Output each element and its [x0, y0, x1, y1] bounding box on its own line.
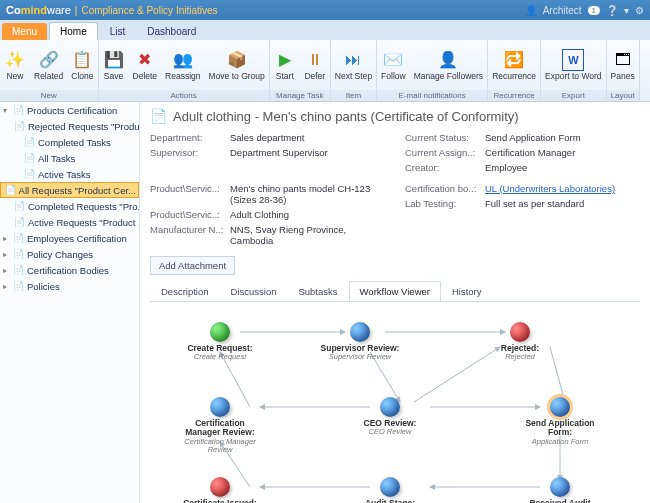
field-value[interactable]: UL (Underwriters Laboratories)	[485, 183, 640, 194]
sidebar-item-label: Employees Certification	[27, 233, 127, 244]
defer-button[interactable]: ⏸Defer	[300, 40, 330, 90]
field-label: Creator:	[405, 162, 485, 173]
folder-icon: 📄	[23, 152, 35, 164]
field-row: Lab Testing:Full set as per standard	[405, 198, 640, 209]
wf-ball-icon	[510, 322, 530, 342]
wf-node-rejected[interactable]: Rejected:Rejected	[480, 322, 560, 362]
tab-menu[interactable]: Menu	[2, 23, 47, 40]
expand-icon[interactable]: ▸	[3, 266, 12, 275]
subtab-history[interactable]: History	[441, 281, 493, 301]
sidebar: ▾📄Products Certification📄Rejected Reques…	[0, 102, 140, 503]
sidebar-item-3[interactable]: 📄All Tasks	[0, 150, 139, 166]
wf-node-certmgr[interactable]: Certification Manager Review:Certificati…	[180, 397, 260, 454]
delete-button[interactable]: ✖Delete	[129, 40, 162, 90]
sidebar-item-label: All Requests "Product Cer...	[19, 185, 136, 196]
subtab-subtasks[interactable]: Subtasks	[287, 281, 348, 301]
subtab-discussion[interactable]: Discussion	[220, 281, 288, 301]
group-manage: Manage Task	[270, 90, 330, 101]
expand-icon[interactable]: ▸	[3, 282, 12, 291]
wf-node-issued[interactable]: Certificate Issued:Certificate Issued	[180, 477, 260, 503]
follow-button[interactable]: ✉️Follow	[377, 40, 410, 90]
sidebar-item-11[interactable]: ▸📄Policies	[0, 278, 139, 294]
field-label: Supervisor:	[150, 147, 230, 158]
save-button[interactable]: 💾Save	[99, 40, 129, 90]
expand-icon[interactable]: ▸	[3, 250, 12, 259]
wf-node-audit[interactable]: Audit Stage:Audit Stage	[350, 477, 430, 503]
related-icon: 🔗	[38, 49, 60, 71]
subtab-description[interactable]: Description	[150, 281, 220, 301]
expand-icon[interactable]: ▾	[3, 106, 12, 115]
sidebar-item-2[interactable]: 📄Completed Tasks	[0, 134, 139, 150]
sidebar-item-0[interactable]: ▾📄Products Certification	[0, 102, 139, 118]
group-item: Item	[331, 90, 376, 101]
sidebar-item-label: Completed Requests "Pro...	[28, 201, 139, 212]
people-icon: 👤	[437, 49, 459, 71]
field-value: Certification Manager	[485, 147, 640, 158]
sidebar-item-label: All Tasks	[38, 153, 75, 164]
title-separator: |	[75, 5, 78, 16]
reassign-button[interactable]: 👥Reassign	[161, 40, 204, 90]
help-icon[interactable]: ❔	[606, 5, 618, 16]
tab-dashboard[interactable]: Dashboard	[137, 23, 206, 40]
settings-icon[interactable]: ⚙	[635, 5, 644, 16]
field-row: Certification bo..:UL (Underwriters Labo…	[405, 183, 640, 194]
user-name[interactable]: Architect	[543, 5, 582, 16]
sidebar-item-label: Active Tasks	[38, 169, 91, 180]
app-title: Compliance & Policy Initiatives	[81, 5, 217, 16]
group-email: E-mail notifications	[377, 90, 487, 101]
workflow-viewer: Create Request:Create RequestSupervisor …	[150, 302, 640, 503]
folder-icon: 📄	[14, 216, 25, 228]
main-content: 📄 Adult clothing - Men's chino pants (Ce…	[140, 102, 650, 503]
folder-icon: 📄	[12, 104, 24, 116]
wf-node-create[interactable]: Create Request:Create Request	[180, 322, 260, 362]
wf-node-title: Send Application Form:	[520, 419, 600, 438]
user-badge: 1	[588, 6, 600, 15]
sidebar-item-7[interactable]: 📄Active Requests "Product ...	[0, 214, 139, 230]
next-step-button[interactable]: ⏭Next Step	[331, 40, 376, 90]
tab-home[interactable]: Home	[49, 22, 98, 40]
subtabs: Description Discussion Subtasks Workflow…	[150, 281, 640, 302]
tab-list[interactable]: List	[100, 23, 136, 40]
recurrence-icon: 🔁	[503, 49, 525, 71]
delete-icon: ✖	[134, 49, 156, 71]
recurrence-button[interactable]: 🔁Recurrence	[488, 40, 540, 90]
sidebar-item-1[interactable]: 📄Rejected Requests "Produ...	[0, 118, 139, 134]
sidebar-item-5[interactable]: 📄All Requests "Product Cer...	[0, 182, 139, 198]
sidebar-item-8[interactable]: ▸📄Employees Certification	[0, 230, 139, 246]
sidebar-item-9[interactable]: ▸📄Policy Changes	[0, 246, 139, 262]
envelope-icon: ✉️	[382, 49, 404, 71]
sidebar-item-10[interactable]: ▸📄Certification Bodies	[0, 262, 139, 278]
related-button[interactable]: 🔗Related	[30, 40, 67, 90]
folder-icon: 📄	[23, 136, 35, 148]
export-word-button[interactable]: WExport to Word	[541, 40, 606, 90]
group-export: Export	[541, 90, 606, 101]
new-button[interactable]: ✨New	[0, 40, 30, 90]
wf-node-recaudit[interactable]: Received Audit Plan:Received Audit Plan	[520, 477, 600, 503]
field-value: NNS, Svay Rieng Province, Cambodia	[230, 224, 385, 246]
add-attachment-button[interactable]: Add Attachment	[150, 256, 235, 275]
wf-ball-icon	[550, 477, 570, 497]
dropdown-icon[interactable]: ▾	[624, 5, 629, 16]
wf-ball-icon	[210, 322, 230, 342]
sidebar-item-6[interactable]: 📄Completed Requests "Pro...	[0, 198, 139, 214]
sidebar-item-4[interactable]: 📄Active Tasks	[0, 166, 139, 182]
sidebar-item-label: Completed Tasks	[38, 137, 111, 148]
user-icon[interactable]: 👤	[525, 5, 537, 16]
wf-node-sub: Supervisor Review	[320, 353, 400, 361]
clone-button[interactable]: 📋Clone	[67, 40, 97, 90]
start-button[interactable]: ▶Start	[270, 40, 300, 90]
followers-button[interactable]: 👤Manage Followers	[410, 40, 487, 90]
expand-icon[interactable]: ▸	[3, 234, 12, 243]
panes-button[interactable]: 🗔Panes	[607, 40, 639, 90]
sidebar-item-label: Policies	[27, 281, 60, 292]
pause-icon: ⏸	[304, 49, 326, 71]
move-button[interactable]: 📦Move to Group	[205, 40, 269, 90]
field-label: Current Assign..:	[405, 147, 485, 158]
wf-node-ceo[interactable]: CEO Review:CEO Review	[350, 397, 430, 437]
wf-node-sendapp[interactable]: Send Application Form:Application Form	[520, 397, 600, 446]
field-row: Product\Servic..:Adult Clothing	[150, 209, 385, 220]
subtab-workflow[interactable]: Workflow Viewer	[349, 281, 441, 301]
group-recurrence: Recurrence	[488, 90, 540, 101]
new-icon: ✨	[4, 49, 26, 71]
wf-node-supreview[interactable]: Supervisor Review:Supervisor Review	[320, 322, 400, 362]
